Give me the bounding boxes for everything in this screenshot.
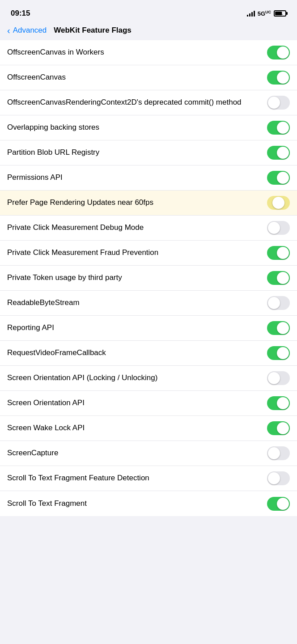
toggle-thumb-partition-blob-url — [277, 147, 289, 159]
setting-row-screen-orientation-locking: Screen Orientation API (Locking / Unlock… — [0, 366, 297, 391]
toggle-partition-blob-url[interactable] — [267, 146, 290, 160]
toggle-track-offscreen-canvas[interactable] — [267, 71, 290, 85]
toggle-track-reporting-api[interactable] — [267, 321, 290, 335]
network-label: 5GUC — [258, 10, 271, 17]
toggle-prefer-page-rendering[interactable] — [267, 196, 290, 210]
setting-row-permissions-api: Permissions API — [0, 165, 297, 191]
setting-row-overlapping-backing-stores: Overlapping backing stores — [0, 115, 297, 140]
toggle-track-permissions-api[interactable] — [267, 171, 290, 185]
page-title: WebKit Feature Flags — [54, 26, 132, 35]
status-bar: 09:15 5GUC 71 — [0, 0, 297, 24]
toggle-thumb-offscreen-canvas-rendering — [268, 97, 280, 109]
toggle-overlapping-backing-stores[interactable] — [267, 121, 290, 135]
battery-icon: 71 — [274, 10, 286, 17]
setting-label-offscreen-canvas: OffscreenCanvas — [7, 72, 267, 82]
toggle-thumb-overlapping-backing-stores — [277, 122, 289, 134]
toggle-offscreen-canvas-rendering[interactable] — [267, 96, 290, 110]
setting-label-readable-byte-stream: ReadableByteStream — [7, 298, 267, 308]
setting-row-screen-capture: ScreenCapture — [0, 441, 297, 466]
toggle-track-request-video-frame[interactable] — [267, 346, 290, 360]
toggle-track-private-click-debug[interactable] — [267, 221, 290, 235]
setting-row-partition-blob-url: Partition Blob URL Registry — [0, 140, 297, 165]
setting-label-offscreen-canvas-workers: OffscreenCanvas in Workers — [7, 47, 267, 57]
toggle-readable-byte-stream[interactable] — [267, 296, 290, 310]
toggle-track-private-token-usage[interactable] — [267, 271, 290, 285]
setting-label-screen-wake-lock: Screen Wake Lock API — [7, 423, 267, 433]
setting-label-permissions-api: Permissions API — [7, 173, 267, 182]
setting-label-screen-orientation-locking: Screen Orientation API (Locking / Unlock… — [7, 373, 267, 383]
toggle-track-screen-capture[interactable] — [267, 446, 290, 460]
toggle-private-click-debug[interactable] — [267, 221, 290, 235]
toggle-offscreen-canvas[interactable] — [267, 71, 290, 85]
toggle-track-offscreen-canvas-workers[interactable] — [267, 46, 290, 59]
toggle-track-scroll-to-text-fragment[interactable] — [267, 497, 290, 511]
signal-bars-icon — [247, 10, 255, 17]
toggle-thumb-screen-capture — [268, 447, 280, 459]
toggle-screen-wake-lock[interactable] — [267, 421, 290, 435]
setting-label-request-video-frame: RequestVideoFrameCallback — [7, 348, 267, 358]
toggle-permissions-api[interactable] — [267, 171, 290, 185]
toggle-thumb-screen-wake-lock — [277, 422, 289, 434]
toggle-thumb-permissions-api — [277, 172, 289, 184]
setting-row-request-video-frame: RequestVideoFrameCallback — [0, 341, 297, 366]
toggle-private-token-usage[interactable] — [267, 271, 290, 285]
toggle-thumb-request-video-frame — [277, 347, 289, 359]
status-icons: 5GUC 71 — [247, 10, 286, 17]
toggle-request-video-frame[interactable] — [267, 346, 290, 360]
toggle-thumb-reporting-api — [277, 322, 289, 334]
toggle-track-private-click-fraud[interactable] — [267, 246, 290, 260]
toggle-thumb-private-click-fraud — [277, 247, 289, 259]
setting-label-screen-capture: ScreenCapture — [7, 448, 267, 458]
toggle-thumb-offscreen-canvas-workers — [277, 47, 289, 59]
toggle-reporting-api[interactable] — [267, 321, 290, 335]
setting-row-reporting-api: Reporting API — [0, 316, 297, 341]
toggle-track-screen-orientation-api[interactable] — [267, 396, 290, 410]
setting-row-offscreen-canvas: OffscreenCanvas — [0, 65, 297, 90]
toggle-scroll-to-text-fragment[interactable] — [267, 497, 290, 511]
toggle-private-click-fraud[interactable] — [267, 246, 290, 260]
toggle-thumb-scroll-to-text-fragment-detection — [268, 472, 280, 484]
setting-row-offscreen-canvas-rendering: OffscreenCanvasRenderingContext2D's depr… — [0, 90, 297, 115]
setting-label-scroll-to-text-fragment-detection: Scroll To Text Fragment Feature Detectio… — [7, 473, 267, 483]
back-label[interactable]: Advanced — [13, 26, 47, 35]
setting-label-prefer-page-rendering: Prefer Page Rendering Updates near 60fps — [7, 198, 267, 208]
toggle-screen-orientation-api[interactable] — [267, 396, 290, 410]
setting-row-private-click-debug: Private Click Measurement Debug Mode — [0, 216, 297, 241]
setting-label-partition-blob-url: Partition Blob URL Registry — [7, 148, 267, 157]
toggle-screen-orientation-locking[interactable] — [267, 371, 290, 385]
toggle-track-prefer-page-rendering[interactable] — [267, 196, 290, 210]
toggle-thumb-private-click-debug — [268, 222, 280, 234]
toggle-thumb-screen-orientation-api — [277, 397, 289, 409]
chevron-left-icon: ‹ — [7, 26, 10, 35]
toggle-track-readable-byte-stream[interactable] — [267, 296, 290, 310]
setting-label-overlapping-backing-stores: Overlapping backing stores — [7, 123, 267, 132]
toggle-track-offscreen-canvas-rendering[interactable] — [267, 96, 290, 110]
setting-row-private-token-usage: Private Token usage by third party — [0, 266, 297, 291]
toggle-thumb-readable-byte-stream — [268, 297, 280, 309]
setting-row-screen-orientation-api: Screen Orientation API — [0, 391, 297, 416]
setting-row-readable-byte-stream: ReadableByteStream — [0, 291, 297, 316]
toggle-scroll-to-text-fragment-detection[interactable] — [267, 471, 290, 485]
setting-label-scroll-to-text-fragment: Scroll To Text Fragment — [7, 499, 267, 508]
toggle-track-scroll-to-text-fragment-detection[interactable] — [267, 471, 290, 485]
setting-row-screen-wake-lock: Screen Wake Lock API — [0, 416, 297, 441]
toggle-thumb-screen-orientation-locking — [268, 372, 280, 384]
settings-list: OffscreenCanvas in WorkersOffscreenCanva… — [0, 40, 297, 516]
toggle-thumb-offscreen-canvas — [277, 72, 289, 84]
toggle-screen-capture[interactable] — [267, 446, 290, 460]
toggle-track-partition-blob-url[interactable] — [267, 146, 290, 160]
setting-label-reporting-api: Reporting API — [7, 323, 267, 333]
nav-header: ‹ Advanced WebKit Feature Flags — [0, 24, 297, 40]
toggle-track-screen-wake-lock[interactable] — [267, 421, 290, 435]
setting-row-offscreen-canvas-workers: OffscreenCanvas in Workers — [0, 40, 297, 65]
setting-row-private-click-fraud: Private Click Measurement Fraud Preventi… — [0, 241, 297, 266]
toggle-track-overlapping-backing-stores[interactable] — [267, 121, 290, 135]
back-button[interactable]: ‹ Advanced — [7, 26, 47, 35]
toggle-offscreen-canvas-workers[interactable] — [267, 46, 290, 59]
toggle-thumb-prefer-page-rendering — [272, 197, 284, 209]
toggle-thumb-scroll-to-text-fragment — [277, 498, 289, 510]
setting-row-scroll-to-text-fragment-detection: Scroll To Text Fragment Feature Detectio… — [0, 466, 297, 491]
setting-label-offscreen-canvas-rendering: OffscreenCanvasRenderingContext2D's depr… — [7, 97, 267, 107]
setting-label-private-click-fraud: Private Click Measurement Fraud Preventi… — [7, 248, 267, 258]
toggle-track-screen-orientation-locking[interactable] — [267, 371, 290, 385]
